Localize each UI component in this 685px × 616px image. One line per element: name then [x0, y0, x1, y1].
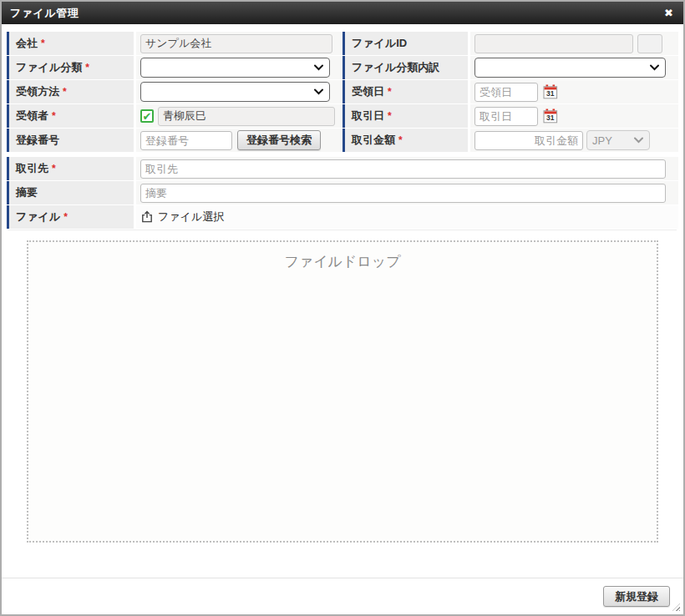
chevron-down-icon	[650, 64, 659, 71]
file-drop-zone[interactable]: ファイルドロップ	[27, 240, 658, 543]
svg-text:31: 31	[546, 89, 555, 98]
label-file-id: ファイルID	[342, 32, 468, 55]
dialog-title: ファイル管理	[10, 6, 79, 21]
file-management-dialog: ファイル管理 ✖ 会社 * ファイルID	[0, 0, 685, 616]
form-row: 登録番号 登録番号検索 取引金額 * JPY	[7, 129, 678, 152]
required-marker: *	[398, 134, 403, 146]
label-summary: 摘要	[7, 181, 134, 204]
dialog-body: 会社 * ファイルID ファイル分類	[2, 24, 683, 578]
form-row: 取引先 *	[7, 157, 678, 180]
company-input	[140, 34, 332, 53]
form-row: ファイル * ファイル選択	[7, 205, 678, 229]
label-transaction-amount: 取引金額 *	[342, 129, 468, 152]
label-company: 会社 *	[7, 32, 134, 55]
file-id-input	[474, 34, 633, 53]
section-divider	[8, 230, 677, 230]
chevron-down-icon	[634, 137, 643, 144]
label-file: ファイル *	[7, 205, 134, 229]
file-category-select[interactable]	[140, 58, 330, 78]
recipient-input	[158, 107, 335, 126]
file-category-detail-select[interactable]	[474, 58, 666, 78]
form-row: 受領者 * ✔ 取引日 *	[7, 104, 678, 128]
receipt-date-input[interactable]	[474, 83, 538, 102]
transaction-amount-input[interactable]	[474, 131, 583, 150]
label-file-category: ファイル分類 *	[7, 56, 134, 79]
form-row: 受領方法 * 受領日 *	[7, 80, 678, 104]
calendar-icon[interactable]: 31	[543, 84, 558, 99]
receipt-method-select[interactable]	[140, 82, 330, 102]
label-registration-number: 登録番号	[7, 129, 134, 152]
currency-select: JPY	[586, 130, 650, 150]
dialog-titlebar: ファイル管理 ✖	[2, 2, 683, 24]
registration-number-input[interactable]	[140, 131, 232, 150]
label-transaction-date: 取引日 *	[342, 104, 468, 128]
calendar-icon[interactable]: 31	[543, 109, 558, 124]
required-marker: *	[52, 163, 56, 174]
required-marker: *	[63, 211, 68, 223]
dialog-footer: 新規登録	[2, 578, 683, 614]
required-marker: *	[388, 86, 392, 98]
required-marker: *	[63, 86, 67, 98]
required-marker: *	[85, 62, 89, 73]
svg-text:31: 31	[546, 114, 555, 122]
transaction-date-input[interactable]	[474, 107, 538, 126]
form-row: 摘要	[7, 181, 678, 204]
required-marker: *	[388, 110, 392, 122]
label-receipt-date: 受領日 *	[342, 80, 468, 104]
upload-icon	[140, 210, 154, 224]
file-drop-label: ファイルドロップ	[284, 254, 400, 270]
chevron-down-icon	[314, 88, 323, 95]
chevron-down-icon	[314, 64, 323, 71]
file-id-sub-box	[637, 34, 662, 53]
form-row: 会社 * ファイルID	[7, 32, 678, 55]
file-select-button[interactable]: ファイル選択	[140, 210, 224, 225]
close-icon[interactable]: ✖	[664, 8, 673, 18]
required-marker: *	[52, 110, 56, 122]
summary-input[interactable]	[140, 184, 666, 203]
label-receipt-method: 受領方法 *	[7, 80, 134, 104]
client-input[interactable]	[140, 159, 666, 179]
registration-number-search-button[interactable]: 登録番号検索	[237, 130, 321, 150]
submit-button[interactable]: 新規登録	[603, 586, 670, 607]
resize-grip-icon[interactable]	[672, 603, 680, 611]
label-recipient: 受領者 *	[7, 104, 134, 128]
form-row: ファイル分類 * ファイル分類内訳	[7, 56, 678, 79]
label-client: 取引先 *	[7, 157, 134, 180]
required-marker: *	[41, 38, 45, 49]
recipient-checkbox[interactable]: ✔	[140, 109, 154, 123]
label-file-category-detail: ファイル分類内訳	[342, 56, 468, 79]
